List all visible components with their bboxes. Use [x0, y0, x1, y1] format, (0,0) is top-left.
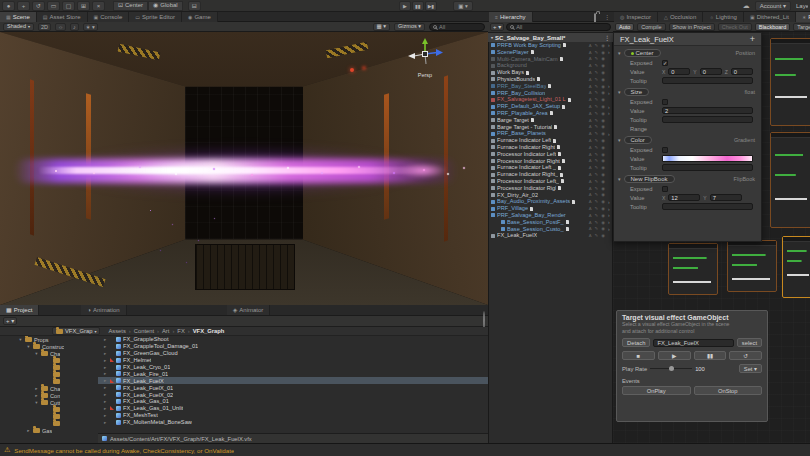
view-tab[interactable]: ▦Scene — [0, 12, 37, 22]
hierarchy-item[interactable]: PRF_Salvage_Bay_Render A ✎ ◉ › — [488, 212, 613, 219]
prefab-open-arrow[interactable]: › — [608, 226, 612, 232]
row-toggle-icons[interactable]: A ✎ ◉ — [589, 97, 606, 102]
expander-icon[interactable]: ▸ — [104, 413, 108, 418]
row-toggle-icons[interactable]: A ✎ ◉ — [589, 90, 606, 95]
vfx-graph-node[interactable] — [770, 132, 810, 228]
folder-tree-item[interactable] — [0, 378, 98, 385]
pause-button[interactable]: ▮▮ — [412, 1, 424, 11]
folder-chip[interactable]: VFX_Grap▾ — [52, 327, 100, 335]
asset-item[interactable]: ▸ FX_Leak_FuelX — [98, 377, 488, 384]
hierarchy-item[interactable]: FX_Leak_FuelX A ✎ ◉ › — [488, 232, 613, 239]
hierarchy-add-button[interactable]: + ▾ — [490, 23, 504, 31]
restart-effect-button[interactable]: ↺ — [729, 351, 762, 360]
asset-item[interactable]: ▸ FX_MoltenMetal_BoneSaw — [98, 419, 488, 426]
prefab-open-arrow[interactable]: › — [608, 199, 612, 205]
breadcrumb-segment[interactable]: VFX_Graph — [193, 328, 225, 334]
expander-icon[interactable]: ▸ — [104, 385, 108, 390]
scene-effects-dropdown[interactable]: ∗ ▾ — [83, 23, 98, 31]
folder-tree-item[interactable]: ▾ Cha — [0, 350, 98, 357]
hierarchy-item[interactable]: FX_Salvagetest_Light_01 L A ✎ ◉ › — [488, 96, 613, 103]
row-toggle-icons[interactable]: A ✎ ◉ — [589, 220, 606, 225]
prefab-open-arrow[interactable]: › — [608, 219, 612, 225]
row-toggle-icons[interactable]: A ✎ ◉ — [589, 172, 606, 177]
expander-icon[interactable]: ▸ — [104, 399, 108, 404]
row-toggle-icons[interactable]: A ✎ ◉ — [589, 233, 606, 238]
folder-tree-item[interactable]: ▸ Cha — [0, 385, 98, 392]
row-toggle-icons[interactable]: A ✎ ◉ — [589, 43, 606, 48]
pivot-center-button[interactable]: ⊡Center — [113, 1, 148, 11]
row-toggle-icons[interactable]: A ✎ ◉ — [589, 111, 606, 116]
row-toggle-icons[interactable]: A ✎ ◉ — [589, 63, 606, 68]
expander-icon[interactable]: ▸ — [104, 406, 108, 411]
status-bar[interactable]: ⚠ SendMessage cannot be called during Aw… — [0, 443, 810, 456]
shading-mode-dropdown[interactable]: Shaded▾ — [3, 23, 34, 31]
breadcrumb-segment[interactable]: Assets — [108, 328, 133, 334]
set-rate-button[interactable]: Set ▾ — [739, 364, 762, 373]
project-add-button[interactable]: + ▾ — [3, 317, 17, 325]
asset-item[interactable]: ▸ FX_Helmet — [98, 357, 488, 364]
play-rate-slider[interactable] — [650, 368, 692, 369]
view-tab[interactable]: ◉Game — [182, 12, 218, 22]
vfx-toolbar-button[interactable]: Auto — [615, 23, 634, 31]
asset-item[interactable]: ▸ FX_Leak_Gas_01 — [98, 398, 488, 405]
hierarchy-item[interactable]: Processor Indicator Rigl A ✎ ◉ › — [488, 185, 613, 192]
view-tab[interactable]: ▭Sprite Editor — [129, 12, 182, 22]
row-toggle-icons[interactable]: A ✎ ◉ — [589, 213, 606, 218]
flipbook-tooltip-field[interactable] — [662, 203, 753, 210]
row-toggle-icons[interactable]: A ✎ ◉ — [589, 226, 606, 231]
view-tab[interactable]: ∗FX_Leak_FuelX — [796, 12, 810, 22]
folder-tree-item[interactable]: ▸ Gas — [0, 427, 98, 433]
folder-tree-item[interactable]: ▾ Construc — [0, 343, 98, 350]
project-tab[interactable]: ◑Animation — [81, 305, 126, 315]
hierarchy-scene-row[interactable]: ▾ SC_Salvage_Bay_Small* ⋮ — [488, 33, 613, 42]
hierarchy-item[interactable]: PhysicsBounds A ✎ ◉ › — [488, 76, 613, 83]
expander-icon[interactable]: ▸ — [104, 337, 108, 342]
expander-icon[interactable]: ▸ — [34, 393, 39, 398]
expand-caret-icon[interactable]: ▾ — [491, 35, 493, 40]
scene-search-input[interactable]: All — [429, 23, 485, 31]
hierarchy-item[interactable]: PRF_Base_Planets A ✎ ◉ › — [488, 130, 613, 137]
hierarchy-item[interactable]: Barge Target A ✎ ◉ › — [488, 117, 613, 124]
asset-item[interactable]: ▸ FX_Leak_Fire_01 — [98, 370, 488, 377]
breadcrumb-segment[interactable]: FX — [177, 328, 192, 334]
vfx-graph-node[interactable] — [668, 243, 718, 295]
color-tooltip-field[interactable] — [662, 164, 753, 171]
asset-item[interactable]: ▸ FX_MeshTest — [98, 412, 488, 419]
center-z-field[interactable]: 0 — [731, 68, 753, 75]
row-toggle-icons[interactable]: A ✎ ◉ — [589, 179, 606, 184]
size-tooltip-field[interactable] — [662, 116, 753, 123]
expander-icon[interactable]: ▾ — [34, 400, 39, 405]
expander-icon[interactable]: ▾ — [18, 337, 23, 342]
expander-icon[interactable]: ▸ — [104, 365, 108, 370]
gradient-swatch[interactable] — [662, 155, 753, 162]
hierarchy-item[interactable]: Base_Session_PostF_ A ✎ ◉ › — [498, 219, 613, 226]
asset-item[interactable]: ▸ FX_GreenGas_Cloud — [98, 350, 488, 357]
rotate-tool-button[interactable]: ↺ — [32, 1, 45, 11]
row-toggle-icons[interactable]: A ✎ ◉ — [589, 124, 606, 129]
folder-tree-item[interactable] — [0, 357, 98, 364]
row-toggle-icons[interactable]: A ✎ ◉ — [589, 199, 606, 204]
expander-icon[interactable]: ▸ — [104, 344, 108, 349]
onstop-button[interactable]: OnStop — [694, 386, 763, 395]
hierarchy-item[interactable]: Processor Indicator Left A ✎ ◉ › — [488, 151, 613, 158]
slider-thumb[interactable] — [669, 366, 674, 371]
prefab-open-arrow[interactable]: › — [608, 212, 612, 218]
expander-icon[interactable]: ▸ — [34, 386, 39, 391]
center-tooltip-field[interactable] — [662, 77, 753, 84]
detach-button[interactable]: Detach — [622, 338, 650, 347]
flipbook-x-field[interactable]: 12 — [668, 194, 700, 201]
vfx-graph-node[interactable] — [782, 236, 810, 298]
hierarchy-item[interactable]: Barge Target - Tutorial A ✎ ◉ › — [488, 124, 613, 131]
select-button[interactable]: select — [737, 338, 762, 347]
expander-icon[interactable]: ▸ — [104, 358, 108, 363]
hierarchy-item[interactable]: Processor Indicator Left_ A ✎ ◉ › — [488, 178, 613, 185]
row-toggle-icons[interactable]: A ✎ ◉ — [589, 131, 606, 136]
transform-tool-button[interactable]: ⊞ — [77, 1, 90, 11]
center-x-field[interactable]: 0 — [668, 68, 690, 75]
hierarchy-item[interactable]: Furnace Indicator Left A ✎ ◉ › — [488, 137, 613, 144]
row-toggle-icons[interactable]: A ✎ ◉ — [589, 56, 606, 61]
folder-tree-item[interactable]: ▸ Con — [0, 392, 98, 399]
hierarchy-item[interactable]: Processor Indicator Right A ✎ ◉ › — [488, 158, 613, 165]
prefab-open-arrow[interactable]: › — [608, 131, 612, 137]
expander-icon[interactable]: ▸ — [26, 428, 31, 433]
